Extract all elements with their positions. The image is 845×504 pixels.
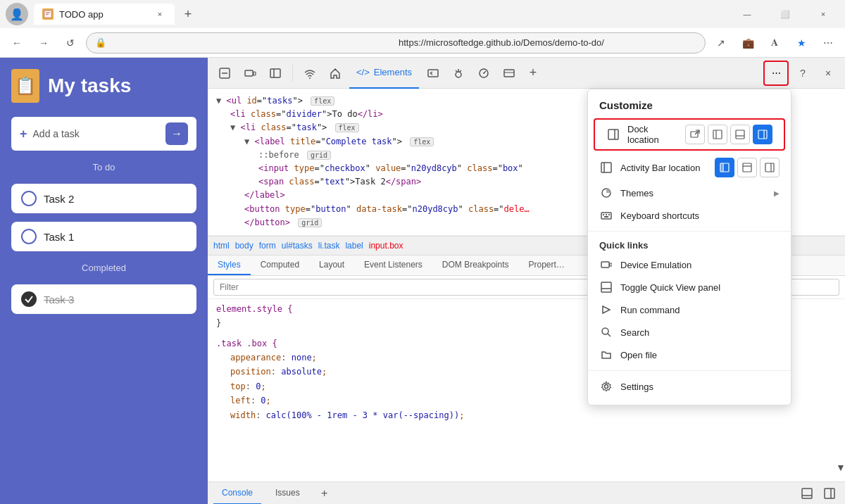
- settings-row[interactable]: Settings: [588, 375, 791, 398]
- computed-tab[interactable]: Computed: [251, 256, 309, 275]
- svg-point-57: [605, 385, 608, 389]
- address-bar[interactable]: 🔒 https://microsoftedge.github.io/Demos/…: [86, 32, 706, 53]
- keyboard-shortcuts-row[interactable]: Keyboard shortcuts: [588, 204, 791, 227]
- svg-line-12: [430, 73, 432, 75]
- read-aloud-button[interactable]: 𝐀: [763, 32, 786, 54]
- styles-tab[interactable]: Styles: [208, 256, 251, 275]
- dock-undock-button[interactable]: [685, 125, 705, 144]
- dock-location-row[interactable]: Dock location: [594, 118, 785, 151]
- device-emulation-toolbar-button[interactable]: [239, 62, 261, 84]
- keyboard-shortcuts-label: Keyboard shortcuts: [620, 210, 780, 221]
- svg-marker-54: [603, 306, 610, 313]
- toggle-quick-view-icon: [599, 280, 613, 294]
- todo-app-title: My tasks: [48, 75, 131, 97]
- performance-button[interactable]: [472, 62, 495, 84]
- browser-tab[interactable]: TODO app ×: [34, 4, 175, 25]
- todo-header: 📋 My tasks: [11, 69, 196, 103]
- dock-bottom-button[interactable]: [797, 484, 817, 503]
- keyboard-shortcuts-icon: [599, 208, 613, 222]
- open-file-row[interactable]: Open file: [588, 344, 791, 366]
- breadcrumb-li-task[interactable]: li.task: [318, 241, 340, 251]
- breadcrumb-html[interactable]: html: [213, 241, 230, 251]
- settings-icon: [599, 379, 613, 393]
- breadcrumb-ul-tasks[interactable]: ul#tasks: [282, 241, 313, 251]
- toggle-quick-view-label: Toggle Quick View panel: [620, 282, 780, 293]
- run-command-row[interactable]: Run command: [588, 298, 791, 321]
- devtools-toolbar: </> Elements + ⋯: [208, 58, 845, 89]
- more-tools-button[interactable]: +: [523, 63, 543, 83]
- debugger-button[interactable]: [447, 62, 470, 84]
- add-task-input[interactable]: Add a task: [33, 128, 160, 139]
- toggle-quick-view-row[interactable]: Toggle Quick View panel: [588, 276, 791, 298]
- settings-menu-button[interactable]: ⋯: [817, 32, 839, 54]
- activity-bar-top-button[interactable]: [737, 158, 757, 177]
- task-3-checkbox[interactable]: [21, 291, 37, 307]
- lock-icon: 🔒: [95, 37, 393, 48]
- console-bottom-tab[interactable]: Console: [213, 482, 261, 505]
- event-listeners-tab[interactable]: Event Listeners: [354, 256, 432, 275]
- svg-rect-48: [608, 214, 610, 215]
- todo-app-icon: 📋: [11, 69, 39, 103]
- dock-right-option-button[interactable]: [753, 125, 772, 144]
- forward-button[interactable]: →: [32, 32, 55, 54]
- settings-label: Settings: [620, 382, 780, 392]
- customize-menu-button[interactable]: ⋯: [766, 63, 786, 83]
- task-item-3: Task 3: [11, 284, 196, 314]
- add-task-plus-icon: +: [20, 127, 27, 141]
- profile-icon[interactable]: 👤: [6, 3, 28, 25]
- close-button[interactable]: ×: [807, 4, 839, 25]
- issues-bottom-tab[interactable]: Issues: [267, 482, 308, 505]
- bottom-tab-add-button[interactable]: +: [314, 483, 335, 504]
- console-icon-button[interactable]: [422, 62, 444, 84]
- help-button[interactable]: ?: [791, 62, 814, 84]
- refresh-button[interactable]: ↺: [59, 32, 82, 54]
- wifi-icon: [299, 62, 321, 84]
- svg-rect-29: [713, 130, 722, 139]
- collections-button[interactable]: 💼: [737, 32, 759, 54]
- svg-rect-21: [802, 489, 812, 498]
- layout-tab[interactable]: Layout: [309, 256, 354, 275]
- elements-tab[interactable]: </> Elements: [349, 58, 419, 89]
- activity-bar-right-button[interactable]: [760, 158, 780, 177]
- back-button[interactable]: ←: [6, 32, 28, 54]
- task-2-checkbox[interactable]: [21, 191, 37, 206]
- task-item-2: Task 2: [11, 184, 196, 213]
- tab-close-button[interactable]: ×: [154, 8, 166, 20]
- home-icon[interactable]: [324, 62, 346, 84]
- themes-row[interactable]: Themes ▶: [588, 182, 791, 204]
- activity-bar-left-button[interactable]: [715, 158, 734, 177]
- svg-rect-40: [743, 163, 751, 172]
- share-button[interactable]: ↗: [710, 32, 732, 54]
- svg-line-56: [608, 334, 611, 336]
- breadcrumb-body[interactable]: body: [235, 241, 254, 251]
- maximize-button[interactable]: ⬜: [769, 4, 801, 25]
- add-task-submit-button[interactable]: →: [165, 122, 188, 145]
- dock-left-button[interactable]: [708, 125, 727, 144]
- activity-bar-row[interactable]: Activity Bar location: [588, 153, 791, 182]
- dock-right-button[interactable]: [820, 484, 839, 503]
- completed-section-label: Completed: [11, 263, 196, 273]
- task-1-checkbox[interactable]: [21, 229, 37, 244]
- add-task-bar[interactable]: + Add a task →: [11, 117, 196, 151]
- search-row[interactable]: Search: [588, 321, 791, 344]
- inspect-element-button[interactable]: [213, 62, 236, 84]
- window-controls: — ⬜ ×: [731, 4, 839, 25]
- properties-tab[interactable]: Propert…: [519, 256, 575, 275]
- dom-breakpoints-tab[interactable]: DOM Breakpoints: [432, 256, 519, 275]
- new-tab-button[interactable]: +: [177, 4, 199, 25]
- elements-tab-label: Elements: [374, 67, 412, 77]
- tab-title: TODO app: [59, 9, 104, 20]
- breadcrumb-form[interactable]: form: [259, 241, 276, 251]
- task-1-label: Task 1: [44, 231, 74, 243]
- breadcrumb-input-box[interactable]: input.box: [369, 241, 403, 251]
- minimize-button[interactable]: —: [731, 4, 763, 25]
- network-button[interactable]: [498, 62, 520, 84]
- run-command-label: Run command: [620, 305, 780, 315]
- sidebar-toggle-button[interactable]: [264, 62, 287, 84]
- device-emulation-row[interactable]: Device Emulation: [588, 253, 791, 276]
- favorites-button[interactable]: ★: [790, 32, 813, 54]
- devtools-close-button[interactable]: ×: [817, 62, 839, 84]
- svg-line-15: [456, 70, 457, 72]
- breadcrumb-label[interactable]: label: [345, 241, 363, 251]
- dock-bottom-option-button[interactable]: [730, 125, 750, 144]
